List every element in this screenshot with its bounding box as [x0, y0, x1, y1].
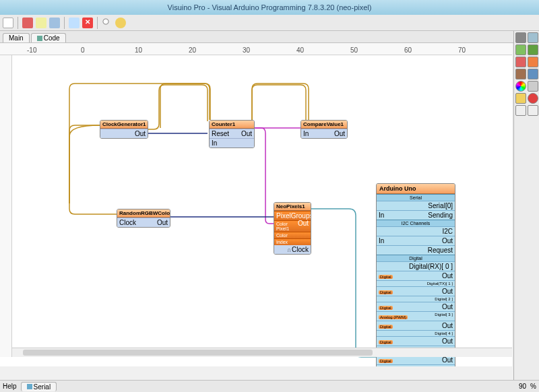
arduino-pin-row[interactable]: DigitalOut — [377, 321, 455, 330]
zoom-value: 90 — [519, 383, 526, 390]
palette-item[interactable] — [528, 44, 538, 55]
node-title: RandomRGBWColor1 — [117, 209, 170, 218]
tab-bar: Main Code — [0, 31, 539, 43]
palette-item[interactable] — [515, 69, 526, 79]
select-icon[interactable] — [69, 18, 80, 28]
main-toolbar: ✕ — [0, 15, 539, 31]
palette-item[interactable] — [528, 81, 538, 92]
palette-item[interactable] — [515, 44, 526, 55]
palette-item[interactable] — [528, 32, 538, 43]
moon-icon[interactable] — [115, 18, 126, 28]
palette-item[interactable] — [528, 69, 538, 79]
palette-item[interactable] — [528, 105, 538, 116]
serial-tab[interactable]: Serial — [21, 382, 57, 391]
arduino-pin-row[interactable]: DigitalOut — [377, 302, 455, 311]
cut-icon[interactable] — [22, 18, 33, 28]
arduino-pin-sub: Digital[ 4 ] — [377, 330, 455, 336]
divider — [18, 17, 18, 29]
node-arduino[interactable]: Arduino Uno Serial Serial[0] InSending I… — [376, 183, 455, 366]
node-title: ClockGenerator1 — [100, 121, 148, 129]
node-title: CompareValue1 — [301, 121, 347, 129]
palette-item[interactable] — [515, 32, 526, 43]
arduino-pin-row[interactable]: DigitalOut — [377, 286, 455, 296]
node-comparevalue[interactable]: CompareValue1 InOut — [300, 120, 348, 139]
arduino-pin-row[interactable]: DigitalOut — [377, 336, 455, 346]
palette-item[interactable] — [515, 81, 526, 92]
node-counter[interactable]: Counter1 ResetOut In — [209, 120, 255, 148]
paste-icon[interactable] — [49, 18, 60, 28]
palette-item[interactable] — [515, 105, 526, 116]
palette-item[interactable] — [528, 57, 538, 67]
code-icon — [37, 36, 42, 41]
palette-item[interactable] — [515, 57, 526, 67]
workspace: -10 0 10 20 30 40 50 60 70 — [0, 43, 512, 366]
arduino-pin-row[interactable]: DigitalOut — [377, 271, 455, 280]
palette-item[interactable] — [515, 93, 526, 104]
horizontal-ruler: -10 0 10 20 30 40 50 60 70 — [0, 43, 512, 55]
search-icon[interactable] — [102, 18, 113, 28]
node-title: Counter1 — [210, 121, 254, 129]
palette-item[interactable] — [528, 93, 538, 104]
help-label[interactable]: Help — [3, 383, 17, 390]
horizontal-scrollbar[interactable] — [12, 348, 512, 357]
node-neopixels[interactable]: NeoPixels1 PixelGroups Out Color Pixel1 … — [274, 202, 311, 255]
titlebar: Visuino Pro - Visual Arduino Programming… — [0, 0, 539, 15]
canvas[interactable]: ClockGenerator1 Out Counter1 ResetOut In… — [12, 55, 512, 357]
component-palette — [513, 31, 539, 380]
arduino-pin-sub: Analog (PWM)Digital[ 6 ] — [377, 364, 455, 366]
arduino-pin-sub: Analog (PWM)Digital[ 3 ] — [377, 311, 455, 321]
node-clockgenerator[interactable]: ClockGenerator1 Out — [100, 120, 148, 139]
copy-icon[interactable] — [36, 18, 46, 28]
divider — [64, 17, 65, 29]
delete-icon[interactable]: ✕ — [82, 18, 93, 28]
zoom-unit: % — [530, 383, 536, 390]
node-randomcolor[interactable]: RandomRGBWColor1 ClockOut — [117, 209, 170, 228]
tab-code[interactable]: Code — [31, 33, 66, 42]
vertical-ruler — [0, 55, 12, 357]
divider — [97, 17, 98, 29]
window-title: Visuino Pro - Visual Arduino Programming… — [168, 3, 372, 11]
arduino-pin-sub: Digital(TX)[ 1 ] — [377, 280, 455, 286]
arduino-pin-sub: Digital[ 2 ] — [377, 296, 455, 302]
arduino-title: Arduino Uno — [377, 184, 455, 194]
statusbar: Help Serial 90 % — [0, 380, 539, 392]
tab-main[interactable]: Main — [3, 33, 30, 42]
serial-icon — [27, 384, 32, 389]
node-title: NeoPixels1 — [274, 203, 311, 211]
new-icon[interactable] — [3, 18, 13, 28]
